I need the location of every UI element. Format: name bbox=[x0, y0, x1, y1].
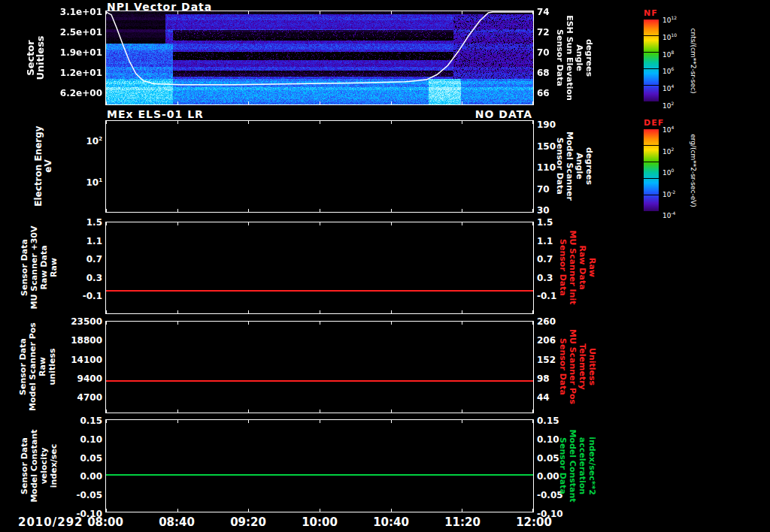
plot-screen: NPI Vector Data MEx ELS-01 LR NO DATA 3.… bbox=[0, 0, 770, 532]
scannerpos-y-axis-label: Sensor Data Model Scanner Pos Raw unitle… bbox=[18, 322, 57, 411]
tick-label: 1012 bbox=[662, 14, 690, 22]
axis-tick-mark bbox=[106, 509, 107, 512]
def-colorbar bbox=[644, 129, 659, 212]
axis-tick-mark bbox=[462, 222, 462, 225]
npi-spectrogram-panel bbox=[105, 11, 534, 105]
tick-label: 0.15 bbox=[68, 416, 102, 426]
axis-tick-mark bbox=[532, 101, 533, 104]
axis-tick-mark bbox=[532, 209, 533, 212]
scannerpos-right-axis-label: Unitless Telemetry MU Scanner Pos Sensor… bbox=[558, 329, 597, 404]
axis-tick-mark bbox=[320, 410, 320, 413]
velocity-left-axis-ticks: 0.150.100.050.00-0.05-0.10 bbox=[68, 416, 102, 519]
axis-tick-mark bbox=[391, 310, 392, 313]
nf-colorbar bbox=[644, 20, 659, 102]
axis-tick-mark bbox=[391, 11, 392, 14]
axis-tick-mark bbox=[177, 322, 178, 325]
tick-label: 102 bbox=[662, 100, 690, 107]
axis-tick-mark bbox=[320, 11, 320, 14]
npi-left-axis-ticks: 3.1e+012.5e+011.9e+011.2e+016.2e+00 bbox=[56, 7, 102, 98]
tick-label: 1.2e+01 bbox=[56, 68, 102, 78]
axis-tick-mark bbox=[177, 410, 178, 413]
axis-tick-mark bbox=[462, 420, 462, 423]
npi-right-axis-label: degrees Angle ESH Sun Elevation Sensor D… bbox=[555, 15, 594, 101]
axis-tick-mark bbox=[177, 509, 178, 512]
axis-tick-mark bbox=[106, 322, 107, 325]
axis-tick-mark bbox=[177, 222, 178, 225]
tick-label: 102 bbox=[72, 134, 102, 144]
axis-tick-mark bbox=[391, 410, 392, 413]
tick-label: 0.05 bbox=[68, 453, 102, 464]
axis-tick-mark bbox=[248, 11, 249, 14]
tick-label: 23500 bbox=[65, 316, 102, 327]
els-right-axis-label: degrees Angle Model Scanner Sensor Data bbox=[555, 131, 594, 201]
axis-tick-mark bbox=[320, 310, 320, 313]
els-y-axis-label: Electron Energy eV bbox=[34, 125, 53, 206]
scannerpos-data-line bbox=[106, 380, 533, 382]
tick-label: 100 bbox=[662, 167, 690, 174]
axis-tick-mark bbox=[462, 509, 462, 512]
tick-label: 10-4 bbox=[662, 210, 690, 217]
mu30v-left-axis-ticks: 1.51.10.70.3-0.1 bbox=[69, 217, 102, 301]
axis-tick-mark bbox=[532, 410, 533, 413]
nf-colorbar-ticks: 10121010108106104102 bbox=[662, 14, 690, 107]
mu30v-right-axis-label: Raw Raw Data MU Scanner Init Sensor Data bbox=[558, 231, 597, 305]
tick-label: 1.5 bbox=[537, 217, 570, 228]
tick-label: 08:40 bbox=[150, 515, 203, 529]
tick-label: 0.10 bbox=[68, 434, 102, 445]
axis-tick-mark bbox=[106, 310, 107, 313]
mu30v-panel bbox=[105, 222, 534, 314]
tick-label: 0.00 bbox=[68, 471, 102, 482]
tick-label: 09:20 bbox=[222, 515, 274, 529]
tick-label: 30 bbox=[537, 205, 567, 216]
velocity-data-line bbox=[106, 474, 533, 476]
tick-label: 101 bbox=[72, 175, 102, 186]
velocity-right-axis-label: index/sec**2 acceleration Model Constant… bbox=[558, 429, 597, 502]
axis-tick-mark bbox=[177, 11, 178, 14]
mu30v-y-axis-label: Sensor Data MU Scanner +30V Raw Data Raw bbox=[20, 226, 59, 310]
tick-label: 260 bbox=[537, 316, 570, 327]
tick-label: 1.5 bbox=[69, 217, 102, 228]
axis-tick-mark bbox=[177, 121, 178, 124]
tick-label: 0.7 bbox=[69, 254, 102, 264]
sun-elevation-line bbox=[106, 12, 533, 85]
axis-tick-mark bbox=[106, 410, 107, 413]
nf-colorbar-unit: cnts/(cm**2-sr-sec) bbox=[688, 29, 698, 94]
x-axis-tick-labels: 08:0008:4009:2010:0010:4011:2012:00 bbox=[79, 515, 560, 529]
axis-tick-mark bbox=[177, 420, 178, 423]
axis-tick-mark bbox=[320, 322, 320, 325]
axis-tick-mark bbox=[532, 121, 533, 124]
axis-tick-mark bbox=[462, 209, 462, 212]
axis-tick-mark bbox=[248, 101, 249, 104]
sun-elevation-overlay bbox=[106, 11, 533, 104]
tick-label: 12:00 bbox=[508, 515, 560, 529]
tick-label: 1.1 bbox=[69, 236, 102, 246]
axis-tick-mark bbox=[248, 509, 249, 512]
tick-label: 4700 bbox=[65, 392, 102, 403]
axis-tick-mark bbox=[177, 101, 178, 104]
axis-tick-mark bbox=[532, 420, 533, 423]
scannerpos-left-axis-ticks: 23500188001410094004700 bbox=[65, 316, 102, 403]
tick-label: 18800 bbox=[65, 335, 102, 346]
axis-tick-mark bbox=[391, 101, 392, 104]
scannerpos-panel bbox=[105, 321, 534, 413]
tick-label: 104 bbox=[662, 124, 690, 131]
tick-label: 1010 bbox=[662, 32, 690, 39]
axis-tick-mark bbox=[462, 410, 462, 413]
tick-label: 104 bbox=[662, 83, 690, 90]
axis-tick-mark bbox=[391, 121, 392, 124]
tick-label: 08:00 bbox=[79, 515, 132, 529]
tick-label: 106 bbox=[662, 65, 690, 73]
axis-tick-mark bbox=[248, 222, 249, 225]
axis-tick-mark bbox=[106, 121, 107, 124]
velocity-panel bbox=[105, 419, 534, 512]
def-colorbar-ticks: 10410210010-210-4 bbox=[662, 124, 690, 217]
els-left-axis-ticks: 102101 bbox=[72, 134, 102, 186]
axis-tick-mark bbox=[177, 209, 178, 212]
axis-tick-mark bbox=[320, 209, 320, 212]
axis-tick-mark bbox=[462, 121, 462, 124]
tick-label: -0.1 bbox=[69, 291, 102, 301]
axis-tick-mark bbox=[106, 209, 107, 212]
axis-tick-mark bbox=[462, 310, 462, 313]
axis-tick-mark bbox=[532, 509, 533, 512]
tick-label: 108 bbox=[662, 49, 690, 56]
